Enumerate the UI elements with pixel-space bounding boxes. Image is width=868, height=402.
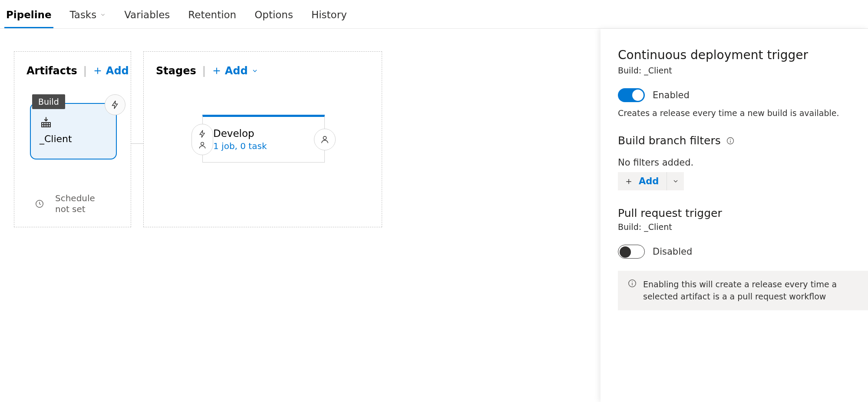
tab-retention[interactable]: Retention (186, 1, 238, 28)
person-icon (198, 141, 207, 150)
schedule-text: Schedule not set (55, 193, 95, 215)
tab-options[interactable]: Options (253, 1, 295, 28)
artifacts-header: Artifacts | Add (14, 52, 131, 77)
add-stage-label: Add (225, 65, 248, 77)
pr-build-label: Build: _Client (618, 222, 868, 232)
cd-toggle-row: Enabled (618, 88, 868, 102)
stages-zone: Stages | Add Develop 1 job, 0 task (143, 51, 382, 227)
svg-point-5 (730, 139, 731, 140)
schedule-hex (30, 193, 49, 215)
plus-icon: ＋ (624, 175, 634, 188)
build-source-icon (40, 116, 53, 129)
person-icon (320, 135, 330, 144)
artifact-card[interactable]: Build _Client (30, 103, 117, 159)
branch-filters-heading: Build branch filters (618, 134, 868, 147)
stages-header: Stages | Add (144, 52, 382, 77)
lightning-icon (198, 130, 207, 138)
tab-tasks[interactable]: Tasks (68, 1, 108, 28)
stage-subtitle[interactable]: 1 job, 0 task (213, 141, 267, 151)
add-filter-dropdown[interactable] (667, 172, 684, 190)
info-icon (627, 279, 637, 288)
plus-icon (93, 66, 102, 76)
svg-point-7 (632, 281, 633, 282)
pr-toggle-row: Disabled (618, 245, 868, 259)
plus-icon (212, 66, 221, 76)
artifact-body: _Client (31, 104, 116, 144)
chevron-down-icon (100, 12, 106, 18)
stage-post-approval-button[interactable] (314, 129, 336, 150)
pr-toggle-label: Disabled (653, 246, 692, 257)
artifacts-zone: Artifacts | Add Build _Client (14, 51, 131, 227)
clock-icon (35, 199, 44, 209)
pr-enabled-toggle[interactable] (618, 245, 645, 259)
info-icon[interactable] (726, 136, 735, 145)
separator: | (202, 65, 206, 77)
svg-point-3 (323, 136, 326, 140)
stage-info: Develop 1 job, 0 task (213, 128, 267, 151)
tab-history[interactable]: History (310, 1, 349, 28)
tab-tasks-label: Tasks (70, 9, 97, 20)
trigger-panel: Continuous deployment trigger Build: _Cl… (601, 29, 868, 402)
artifact-trigger-button[interactable] (105, 94, 125, 115)
lightning-icon (110, 100, 120, 110)
stages-title: Stages (156, 65, 196, 77)
chevron-down-icon (672, 178, 679, 185)
add-artifact-button[interactable]: Add (93, 65, 129, 77)
artifact-type-tag: Build (32, 94, 65, 109)
tab-variables[interactable]: Variables (122, 1, 172, 28)
chevron-down-icon (251, 67, 258, 74)
cd-enabled-toggle[interactable] (618, 88, 645, 102)
stage-conditions-button[interactable] (191, 124, 213, 155)
add-filter-button[interactable]: ＋ Add (618, 175, 667, 188)
artifact-name: _Client (40, 133, 107, 144)
cd-build-label: Build: _Client (618, 66, 868, 75)
stage-card[interactable]: Develop 1 job, 0 task (202, 115, 325, 163)
cd-trigger-heading: Continuous deployment trigger (618, 48, 868, 62)
pr-info-banner: Enabling this will create a release ever… (618, 271, 868, 310)
add-stage-button[interactable]: Add (212, 65, 258, 77)
schedule-line1: Schedule (55, 193, 95, 204)
tab-pipeline[interactable]: Pipeline (4, 1, 53, 28)
artifacts-title: Artifacts (26, 65, 77, 77)
no-filters-text: No filters added. (618, 157, 868, 168)
branch-filters-label: Build branch filters (618, 134, 721, 147)
add-filter-split-button: ＋ Add (618, 172, 684, 190)
cd-description: Creates a release every time a new build… (618, 108, 868, 118)
add-filter-label: Add (639, 176, 659, 186)
schedule-block[interactable]: Schedule not set (30, 193, 95, 215)
separator: | (83, 65, 87, 77)
stage-name: Develop (213, 128, 267, 139)
schedule-line2: not set (55, 204, 95, 215)
svg-point-2 (201, 142, 204, 145)
cd-toggle-label: Enabled (653, 90, 690, 100)
pr-trigger-heading: Pull request trigger (618, 207, 868, 219)
pr-info-text: Enabling this will create a release ever… (643, 279, 858, 302)
pipeline-tabs: Pipeline Tasks Variables Retention Optio… (0, 0, 868, 29)
add-artifact-label: Add (106, 65, 129, 77)
